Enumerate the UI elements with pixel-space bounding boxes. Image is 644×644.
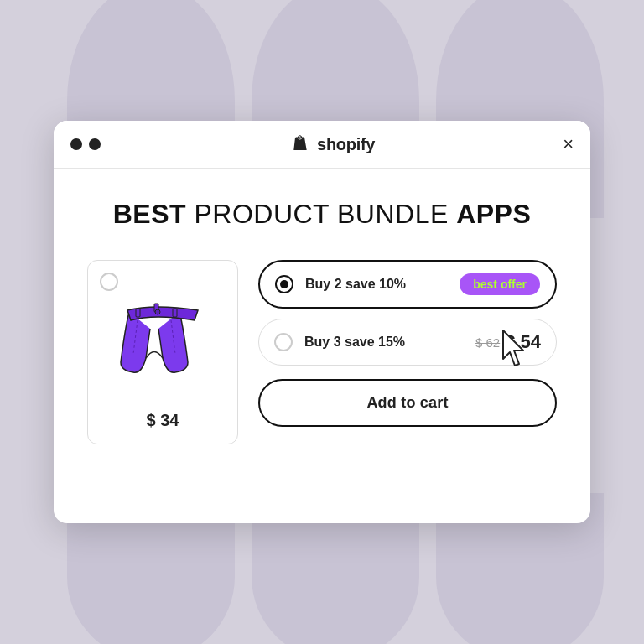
product-price: $ 34 [147,411,179,430]
page-heading: BEST PRODUCT BUNDLE APPS [87,199,557,230]
option-radio-2 [274,333,293,351]
dot-1 [70,138,82,150]
best-offer-badge: best offer [460,273,540,295]
shopify-bag-icon [288,132,312,156]
product-radio[interactable] [100,273,118,291]
heading-bold-1: BEST [113,199,186,229]
option-buy-3[interactable]: Buy 3 save 15% $ 62 $ 54 [258,319,557,366]
option-label-1: Buy 2 save 10% [305,277,448,292]
svg-rect-4 [173,309,177,317]
modal-content: BEST PRODUCT BUNDLE APPS [54,169,590,478]
sale-price: $ 54 [505,331,541,353]
modal-card: shopify × BEST PRODUCT BUNDLE APPS [54,121,590,523]
option-label-2: Buy 3 save 15% [304,335,464,350]
close-button[interactable]: × [563,135,574,153]
dot-2 [89,138,101,150]
svg-point-5 [155,309,160,314]
option-radio-1 [275,275,293,293]
svg-rect-2 [136,309,140,317]
option-buy-2[interactable]: Buy 2 save 10% best offer [258,260,557,309]
heading-bold-2: APPS [456,199,531,229]
topbar-dots [70,138,101,150]
shopify-logo: shopify [288,132,375,156]
original-price: $ 62 [475,335,500,350]
topbar: shopify × [54,121,590,169]
add-to-cart-button[interactable]: Add to cart [258,379,557,427]
option-price-group: $ 62 $ 54 [475,331,541,353]
product-area: $ 34 Buy 2 save 10% best offer Buy 3 sav… [87,260,557,444]
heading-regular: PRODUCT BUNDLE [186,199,456,229]
shopify-wordmark: shopify [317,135,375,154]
product-card: $ 34 [87,260,238,444]
product-image [112,291,213,392]
options-area: Buy 2 save 10% best offer Buy 3 save 15%… [258,260,557,427]
